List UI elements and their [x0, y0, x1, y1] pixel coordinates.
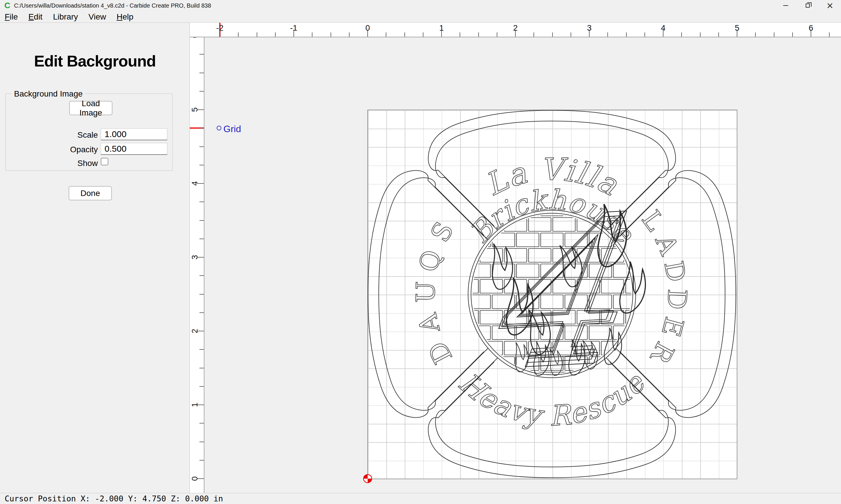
h-ruler-label: -1	[288, 23, 299, 33]
h-ruler-tick	[755, 32, 756, 37]
grid-toggle-label: Grid	[223, 124, 241, 134]
h-ruler-tick	[571, 32, 571, 37]
v-ruler-tick	[200, 423, 204, 424]
v-ruler-tick	[200, 165, 204, 165]
scale-input[interactable]: 1.000	[101, 128, 167, 140]
svg-text:D: D	[658, 259, 691, 284]
ruler-corner	[190, 23, 204, 37]
group-label: Background Image	[12, 89, 85, 98]
maltese-cross-design[interactable]: 4 4 4 La Villa	[359, 102, 745, 486]
h-ruler-label: 3	[583, 23, 595, 33]
grid-radio-icon	[217, 126, 221, 130]
v-ruler-label: 6	[190, 37, 199, 40]
h-ruler-label: 5	[731, 23, 743, 33]
v-ruler-label: 4	[190, 179, 199, 188]
menu-item-view[interactable]: View	[83, 11, 111, 23]
app-logo-icon: C	[3, 2, 11, 9]
done-button[interactable]: Done	[69, 186, 112, 200]
v-ruler-tick	[200, 349, 204, 350]
opacity-input[interactable]: 0.500	[101, 143, 167, 155]
scale-label: Scale	[51, 130, 98, 140]
close-button[interactable]: ×	[819, 0, 841, 11]
h-ruler-tick	[478, 32, 479, 37]
h-ruler-label: 6	[805, 23, 817, 33]
menu-item-file[interactable]: File	[0, 11, 23, 23]
show-label: Show	[51, 159, 98, 168]
v-ruler-tick	[200, 275, 204, 276]
load-image-button[interactable]: Load Image	[69, 101, 113, 115]
vertical-ruler[interactable]: 0123456	[190, 37, 204, 493]
v-ruler-tick	[200, 91, 204, 92]
svg-text:A: A	[649, 230, 685, 259]
h-ruler-tick	[405, 32, 405, 37]
minimize-icon	[783, 5, 788, 6]
cursor-position-readout: Cursor Position X: -2.000 Y: 4.750 Z: 0.…	[0, 494, 223, 503]
menu-item-help[interactable]: Help	[111, 11, 139, 23]
status-bar: Cursor Position X: -2.000 Y: 4.750 Z: 0.…	[0, 493, 841, 504]
svg-text:R: R	[644, 337, 680, 369]
grid-toggle[interactable]: Grid	[217, 124, 241, 134]
h-ruler-tick	[497, 32, 497, 37]
h-ruler-tick	[681, 32, 682, 37]
minimize-button[interactable]	[774, 0, 796, 11]
h-ruler-label: 4	[657, 23, 669, 33]
v-ruler-tick	[200, 54, 204, 55]
v-ruler-tick	[200, 201, 204, 202]
h-ruler-tick	[718, 32, 719, 37]
h-ruler-tick	[238, 32, 239, 37]
v-ruler-label: 5	[190, 105, 199, 114]
svg-text:D: D	[422, 337, 458, 369]
h-ruler-tick	[552, 32, 553, 37]
h-ruler-tick	[533, 32, 534, 37]
h-ruler-tick	[460, 32, 460, 37]
squad-text: SQUAD	[410, 217, 459, 369]
v-ruler-tick	[200, 73, 204, 73]
h-ruler-tick	[607, 32, 608, 37]
background-image-group: Background Image Load Image Scale 1.000 …	[5, 93, 173, 171]
v-ruler-tick	[200, 442, 204, 442]
v-ruler-tick	[200, 146, 204, 147]
h-ruler-label: 2	[510, 23, 521, 33]
h-ruler-tick	[386, 32, 386, 37]
h-ruler-tick	[312, 32, 312, 37]
window-title: C:/Users/willa/Downloads/station 4_v8.c2…	[14, 2, 211, 9]
window-controls: ×	[774, 0, 841, 11]
restore-button[interactable]	[796, 0, 819, 11]
design-canvas[interactable]: Grid	[204, 37, 841, 493]
svg-text:S: S	[425, 217, 459, 247]
h-ruler-tick	[349, 32, 349, 37]
v-ruler-tick	[200, 386, 204, 387]
menu-item-library[interactable]: Library	[48, 11, 83, 23]
svg-text:Q: Q	[413, 247, 447, 275]
edit-background-panel: Edit Background Background Image Load Im…	[0, 23, 190, 493]
h-ruler-tick	[330, 32, 331, 37]
opacity-label: Opacity	[51, 145, 98, 154]
h-ruler-tick	[257, 32, 257, 37]
horizontal-ruler[interactable]: -2-10123456	[204, 23, 841, 37]
h-ruler-tick	[626, 32, 627, 37]
menu-bar: FileEditLibraryViewHelp	[0, 11, 841, 23]
h-ruler-tick	[423, 32, 424, 37]
h-ruler-label: 1	[436, 23, 447, 33]
v-ruler-label: 3	[190, 253, 199, 262]
h-ruler-tick	[700, 32, 701, 37]
h-ruler-tick	[774, 32, 774, 37]
h-ruler-label: 0	[362, 23, 374, 33]
show-checkbox[interactable]	[101, 158, 108, 165]
page-title: Edit Background	[0, 52, 190, 70]
ladder-text: LADDER	[636, 205, 692, 369]
h-ruler-tick	[792, 32, 793, 37]
v-ruler-tick	[200, 128, 204, 128]
close-icon: ×	[826, 1, 834, 10]
svg-text:U: U	[410, 281, 441, 303]
menu-item-edit[interactable]: Edit	[23, 11, 48, 23]
v-ruler-tick	[200, 368, 204, 368]
svg-text:E: E	[656, 314, 689, 340]
v-ruler-label: 0	[190, 474, 199, 483]
title-bar: C C:/Users/willa/Downloads/station 4_v8.…	[0, 0, 841, 11]
v-ruler-tick	[200, 238, 204, 239]
v-ruler-label: 1	[190, 400, 199, 409]
v-ruler-label: 2	[190, 327, 199, 336]
h-ruler-tick	[275, 32, 276, 37]
h-ruler-tick	[829, 32, 829, 37]
